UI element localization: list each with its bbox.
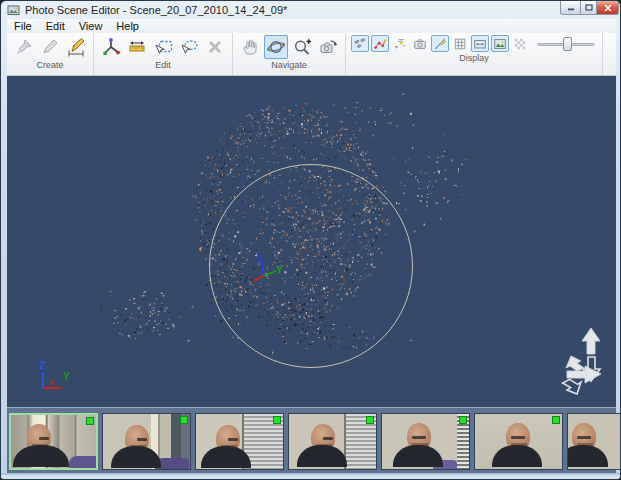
edit-axes-button[interactable]: [99, 35, 123, 59]
show-point-labels-button[interactable]: [391, 35, 409, 52]
camera-rotate-icon: [318, 37, 338, 57]
pan-tool-button[interactable]: [238, 35, 262, 59]
create-dimension-icon: [66, 37, 86, 57]
frame-arrows-icon: [473, 37, 487, 51]
show-points-button[interactable]: [371, 35, 389, 52]
subject-figure: [103, 414, 190, 469]
show-lines-button[interactable]: [431, 35, 449, 52]
texture-checker-icon: [513, 37, 527, 51]
filmstrip: [7, 407, 616, 473]
photo-scene-editor-window: Photo Scene Editor - Scene_20_07_2010_14…: [0, 0, 621, 480]
window-title: Photo Scene Editor - Scene_20_07_2010_14…: [25, 4, 287, 16]
group-label-navigate: Navigate: [271, 60, 307, 70]
toolbar: Create: [7, 33, 616, 76]
minimize-icon: [567, 4, 575, 11]
status-indicator-green: [366, 416, 374, 424]
orbit-icon: [266, 37, 286, 57]
maximize-icon: [585, 4, 593, 11]
subject-figure: [289, 414, 376, 469]
filmstrip-thumbnail-3[interactable]: [195, 413, 284, 470]
create-point-icon: [14, 37, 34, 57]
toolbar-group-navigate: Navigate: [233, 33, 346, 75]
create-point-button[interactable]: [12, 35, 36, 59]
toolbar-group-display: Display: [346, 33, 603, 75]
arrow-downleft-icon: [563, 379, 581, 394]
cameras-cluster-icon: [353, 37, 367, 51]
subject-figure: [475, 414, 562, 469]
menu-edit[interactable]: Edit: [39, 19, 72, 33]
camera-view-tool-button[interactable]: [316, 35, 340, 59]
center-axis-y-label: Y: [276, 265, 283, 276]
menu-file[interactable]: File: [7, 19, 39, 33]
orbit-tool-button[interactable]: [264, 35, 288, 59]
viewport-3d[interactable]: Z Y Z x Y: [7, 76, 616, 407]
slider-thumb[interactable]: [563, 37, 572, 51]
maximize-button[interactable]: [580, 1, 597, 15]
point-cloud-icon: [373, 37, 387, 51]
filmstrip-thumbnail-2[interactable]: [102, 413, 191, 470]
world-axis-gizmo: Z x Y: [37, 358, 77, 394]
titlebar: Photo Scene Editor - Scene_20_07_2010_14…: [1, 1, 620, 19]
navigation-arrows-widget[interactable]: [547, 324, 616, 400]
edit-measure-button[interactable]: [125, 35, 149, 59]
subject-figure: [382, 414, 469, 469]
show-texture-button[interactable]: [511, 35, 529, 52]
subject-figure: [11, 415, 96, 468]
select-rectangle-button[interactable]: [151, 35, 175, 59]
create-line-icon: [40, 37, 60, 57]
group-label-create: Create: [36, 60, 63, 70]
delete-selection-button[interactable]: [203, 35, 227, 59]
texture-opacity-slider[interactable]: [535, 35, 597, 52]
lasso-select-icon: [179, 37, 199, 57]
delete-x-icon: [205, 37, 225, 57]
center-axis-gizmo: Z Y: [247, 252, 287, 288]
filmstrip-thumbnail-5[interactable]: [381, 413, 470, 470]
world-axis-z-label: Z: [39, 360, 45, 371]
toolbar-group-create: Create: [7, 33, 94, 75]
status-indicator-green: [180, 416, 188, 424]
line-pencil-icon: [433, 37, 447, 51]
status-indicator-green: [86, 417, 94, 425]
show-images-button[interactable]: [491, 35, 509, 52]
menubar: File Edit View Help: [7, 19, 616, 33]
show-cameras-button[interactable]: [351, 35, 369, 52]
pan-hand-icon: [240, 37, 260, 57]
close-icon: [604, 4, 612, 12]
ruler-icon: [127, 37, 147, 57]
show-grid-button[interactable]: [451, 35, 469, 52]
show-frames-button[interactable]: [471, 35, 489, 52]
axes-tripod-icon: [101, 37, 121, 57]
caption-buttons: [560, 1, 619, 15]
group-label-edit: Edit: [155, 60, 171, 70]
menu-help[interactable]: Help: [109, 19, 146, 33]
camera-icon: [413, 37, 427, 51]
status-indicator-green: [273, 416, 281, 424]
menu-view[interactable]: View: [72, 19, 110, 33]
minimize-button[interactable]: [560, 1, 580, 15]
point-labels-icon: [393, 37, 407, 51]
status-indicator-green: [552, 416, 560, 424]
world-axis-x-label: x: [50, 377, 55, 387]
close-button[interactable]: [597, 1, 619, 15]
image-icon: [493, 37, 507, 51]
arrow-upleft-icon: [566, 356, 584, 371]
center-axis-z-label: Z: [257, 254, 263, 265]
grid-icon: [453, 37, 467, 51]
zoom-tool-button[interactable]: [290, 35, 314, 59]
filmstrip-thumbnail-1[interactable]: [9, 413, 98, 470]
subject-figure: [196, 414, 283, 469]
rectangle-select-icon: [153, 37, 173, 57]
status-indicator-green: [459, 416, 467, 424]
filmstrip-thumbnail-4[interactable]: [288, 413, 377, 470]
arrow-up-icon: [582, 328, 600, 354]
filmstrip-thumbnail-7[interactable]: [567, 413, 621, 470]
app-icon: [7, 4, 20, 16]
show-photos-button[interactable]: [411, 35, 429, 52]
create-line-button[interactable]: [38, 35, 62, 59]
select-lasso-button[interactable]: [177, 35, 201, 59]
create-dimension-button[interactable]: [64, 35, 88, 59]
subject-figure: [568, 414, 621, 469]
window-bottom-frame: [1, 473, 620, 480]
toolbar-group-edit: Edit: [94, 33, 233, 75]
filmstrip-thumbnail-6[interactable]: [474, 413, 563, 470]
